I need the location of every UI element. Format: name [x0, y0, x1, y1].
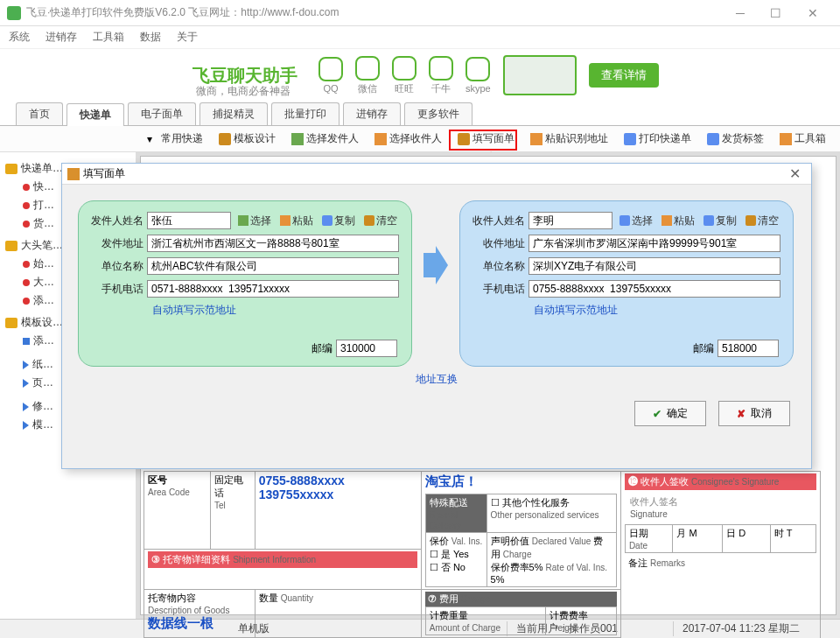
menu-data[interactable]: 数据	[140, 30, 161, 45]
pen-icon	[219, 133, 231, 145]
banner: 飞豆聊天助手 微商，电商必备神器 QQ 微信 旺旺 千牛 skype 查看详情	[0, 49, 840, 102]
receiver-paste-button[interactable]: 粘贴	[662, 214, 695, 228]
app-icon	[7, 6, 21, 20]
user-green-icon	[291, 133, 304, 145]
receiver-autofill-link[interactable]: 自动填写示范地址	[534, 303, 780, 318]
clear-icon	[364, 215, 374, 226]
sender-paste-button[interactable]: 粘贴	[280, 214, 313, 228]
banner-thumbnail	[503, 55, 577, 95]
receiver-company-input[interactable]	[528, 257, 780, 275]
receiver-name-input[interactable]	[528, 212, 612, 229]
menubar: 系统 进销存 工具箱 数据 关于	[0, 26, 840, 49]
user-icon	[238, 215, 248, 226]
paste-icon	[530, 133, 542, 145]
tbtn-template[interactable]: 模板设计	[212, 129, 283, 149]
dialog-header: 填写面单 ✕	[62, 164, 811, 185]
copy-icon	[704, 215, 714, 226]
sender-postal-input[interactable]	[336, 340, 397, 357]
receiver-postal-input[interactable]	[718, 340, 779, 357]
sender-name-input[interactable]	[147, 212, 231, 229]
pen-icon	[67, 168, 80, 180]
paste-icon	[280, 215, 290, 226]
tbtn-fillform[interactable]: 填写面单	[451, 129, 522, 149]
tab-home[interactable]: 首页	[16, 102, 63, 125]
sender-phone-input[interactable]	[147, 280, 399, 298]
tab-capture[interactable]: 捕捉精灵	[200, 102, 268, 125]
tab-stock[interactable]: 进销存	[343, 102, 401, 125]
close-button[interactable]: ✕	[793, 0, 833, 26]
menu-system[interactable]: 系统	[9, 30, 30, 45]
tab-batch[interactable]: 批量打印	[271, 102, 340, 125]
sender-company-input[interactable]	[147, 257, 399, 275]
edit-icon	[458, 133, 470, 145]
skype-icon: skype	[466, 57, 491, 94]
tbtn-receiver[interactable]: 选择收件人	[368, 129, 449, 149]
fill-form-dialog: 填写面单 ✕ 发件人姓名 选择 粘贴 复制 清空 发件地址 单位名称 手机电话 …	[61, 163, 812, 469]
sender-copy-button[interactable]: 复制	[322, 214, 355, 228]
receiver-clear-button[interactable]: 清空	[746, 214, 779, 228]
folder-icon	[5, 318, 18, 328]
minimize-button[interactable]: ─	[723, 0, 758, 26]
window-title: 飞豆·快递单打印软件免费版V6.2.0 飞豆网址：http://www.f-do…	[26, 5, 723, 20]
wangwang-icon: 旺旺	[392, 56, 416, 95]
dialog-close-button[interactable]: ✕	[784, 165, 806, 182]
tab-eform[interactable]: 电子面单	[128, 102, 196, 125]
wechat-icon: 微信	[355, 56, 380, 95]
tbtn-common[interactable]: 常用快递	[154, 129, 210, 149]
sender-addr-input[interactable]	[147, 235, 399, 252]
copy-icon	[322, 215, 332, 226]
menu-toolbox[interactable]: 工具箱	[93, 30, 124, 45]
receiver-name-label: 收件人姓名	[472, 214, 525, 228]
main-tabs: 首页 快递单 电子面单 捕捉精灵 批量打印 进销存 更多软件	[0, 102, 840, 126]
receiver-copy-button[interactable]: 复制	[704, 214, 737, 228]
folder-icon	[5, 241, 18, 251]
tab-express[interactable]: 快递单	[66, 103, 124, 126]
tbtn-tools[interactable]: 工具箱	[773, 129, 833, 149]
tbtn-label[interactable]: 发货标签	[700, 129, 771, 149]
toolbox-icon	[780, 133, 792, 145]
qq-icon: QQ	[318, 57, 343, 94]
sender-select-button[interactable]: 选择	[238, 214, 271, 228]
maximize-button[interactable]: ☐	[758, 0, 793, 26]
titlebar: 飞豆·快递单打印软件免费版V6.2.0 飞豆网址：http://www.f-do…	[0, 0, 840, 26]
svg-marker-1	[424, 246, 448, 284]
folder-icon	[5, 164, 18, 174]
toolbar: ▾ 常用快递 模板设计 选择发件人 选择收件人 填写面单 粘贴识别地址 打印快递…	[0, 126, 840, 152]
template-preview: 区号Area Code 固定电话Tel 0755-8888xxxx139755x…	[144, 471, 821, 602]
ok-button[interactable]: ✔确定	[634, 401, 706, 426]
tbtn-print[interactable]: 打印快递单	[617, 129, 698, 149]
receiver-panel: 收件人姓名 选择 粘贴 复制 清空 收件地址 单位名称 手机电话 自动填写示范地…	[459, 200, 794, 367]
sender-name-label: 发件人姓名	[91, 214, 144, 228]
receiver-addr-input[interactable]	[528, 235, 780, 252]
receiver-phone-input[interactable]	[528, 280, 780, 298]
menu-about[interactable]: 关于	[177, 30, 198, 45]
dialog-title: 填写面单	[83, 166, 125, 181]
tbtn-paste-addr[interactable]: 粘贴识别地址	[523, 129, 615, 149]
cancel-button[interactable]: ✘取消	[718, 401, 790, 426]
view-details-button[interactable]: 查看详情	[589, 63, 659, 88]
label-icon	[707, 133, 719, 145]
user-icon	[620, 215, 630, 226]
menu-inventory[interactable]: 进销存	[46, 30, 77, 45]
user-orange-icon	[374, 133, 387, 145]
print-icon	[624, 133, 636, 145]
sender-autofill-link[interactable]: 自动填写示范地址	[152, 303, 399, 318]
paste-icon	[662, 215, 672, 226]
sender-panel: 发件人姓名 选择 粘贴 复制 清空 发件地址 单位名称 手机电话 自动填写示范地…	[78, 200, 412, 367]
tab-more[interactable]: 更多软件	[404, 102, 472, 125]
qianniu-icon: 千牛	[429, 56, 453, 95]
banner-subtitle: 微商，电商必备神器	[196, 84, 290, 99]
swap-address-link[interactable]: 地址互换	[62, 372, 811, 387]
sender-clear-button[interactable]: 清空	[364, 214, 397, 228]
transfer-arrow-icon	[423, 244, 449, 286]
tbtn-sender[interactable]: 选择发件人	[284, 129, 366, 149]
clear-icon	[746, 215, 756, 226]
receiver-select-button[interactable]: 选择	[620, 214, 653, 228]
